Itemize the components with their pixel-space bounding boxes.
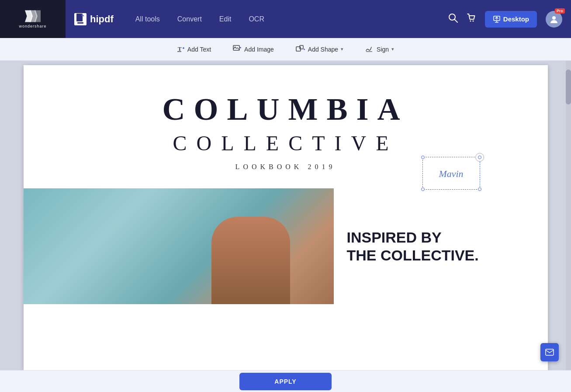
user-avatar[interactable]: Pro <box>546 11 562 28</box>
wondershare-label: wondershare <box>19 24 46 28</box>
add-image-label: Add Image <box>244 46 274 53</box>
apply-button[interactable]: APPLY <box>239 373 331 390</box>
sign-chevron[interactable]: ▾ <box>391 46 394 52</box>
add-text-icon: T <box>177 45 185 54</box>
add-text-label: Add Text <box>187 46 211 53</box>
chair-image <box>24 188 334 304</box>
inspired-line2: THE COLLECTIVE. <box>347 246 535 264</box>
search-icon[interactable] <box>448 13 458 25</box>
signature-handle-bl[interactable] <box>421 187 425 191</box>
sign-icon <box>365 45 374 54</box>
signature-handle-br[interactable] <box>478 187 481 191</box>
svg-rect-4 <box>77 22 83 24</box>
pdf-image-section: INSPIRED BY THE COLLECTIVE. <box>24 188 548 304</box>
signature-text: Mavin <box>423 157 480 190</box>
signature-handle-tl[interactable] <box>421 156 425 159</box>
pdf-viewer: COLUMBIA COLLECTIVE LOOKBOOK 2019 × Mavi… <box>0 61 571 370</box>
pro-badge: Pro <box>555 8 565 14</box>
content-wrapper: COLUMBIA COLLECTIVE LOOKBOOK 2019 × Mavi… <box>0 61 571 370</box>
bottom-bar: APPLY <box>0 370 571 392</box>
add-image-icon <box>233 45 242 54</box>
svg-point-9 <box>472 21 474 22</box>
nav-all-tools[interactable]: All tools <box>135 15 160 23</box>
nav-links: All tools Convert Edit OCR <box>135 15 448 23</box>
add-shape-btn[interactable]: Add Shape ▾ <box>296 45 343 54</box>
hipdf-label: hipdf <box>90 14 114 25</box>
svg-point-14 <box>552 16 556 20</box>
cart-icon[interactable] <box>467 13 476 25</box>
navbar: wondershare hipdf All tools Convert Edit… <box>0 0 571 38</box>
signature-box[interactable]: × Mavin <box>422 157 480 190</box>
svg-text:T: T <box>178 45 182 52</box>
sign-btn[interactable]: Sign ▾ <box>365 45 394 54</box>
signature-handle-tr[interactable] <box>478 156 481 159</box>
pdf-page: COLUMBIA COLLECTIVE LOOKBOOK 2019 × Mavi… <box>24 65 548 370</box>
scrollbar[interactable] <box>566 61 571 370</box>
add-text-btn[interactable]: T Add Text <box>177 45 211 54</box>
hipdf-brand: hipdf <box>66 13 122 25</box>
add-shape-label: Add Shape <box>308 46 338 53</box>
wondershare-logo: wondershare <box>0 0 66 38</box>
inspired-text: INSPIRED BY THE COLLECTIVE. <box>347 229 535 264</box>
svg-point-8 <box>470 21 471 22</box>
nav-edit[interactable]: Edit <box>219 15 232 23</box>
sign-label: Sign <box>377 46 389 53</box>
svg-rect-28 <box>546 349 554 355</box>
email-fab-button[interactable] <box>540 343 559 361</box>
add-image-btn[interactable]: Add Image <box>233 45 274 54</box>
right-text-panel: INSPIRED BY THE COLLECTIVE. <box>334 188 548 304</box>
collective-title: COLLECTIVE <box>24 131 548 155</box>
desktop-button[interactable]: Desktop <box>485 11 537 28</box>
desktop-btn-label: Desktop <box>503 15 529 23</box>
svg-rect-3 <box>76 14 83 21</box>
svg-line-7 <box>454 19 457 22</box>
scrollbar-thumb[interactable] <box>566 69 571 104</box>
svg-rect-24 <box>300 45 303 49</box>
nav-actions: Desktop Pro <box>448 11 571 28</box>
nav-ocr[interactable]: OCR <box>249 15 264 23</box>
toolbar: T Add Text Add Image <box>0 38 571 61</box>
hipdf-logo-icon <box>74 13 87 25</box>
inspired-line1: INSPIRED BY <box>347 229 535 246</box>
add-shape-icon <box>296 45 305 54</box>
add-shape-chevron[interactable]: ▾ <box>341 46 343 52</box>
svg-marker-5 <box>82 14 84 16</box>
nav-convert[interactable]: Convert <box>177 15 202 23</box>
columbia-title: COLUMBIA <box>24 91 548 128</box>
